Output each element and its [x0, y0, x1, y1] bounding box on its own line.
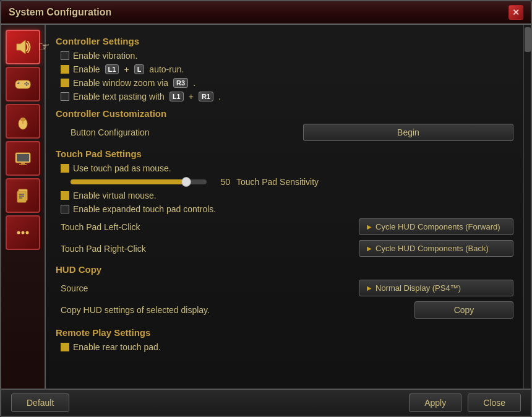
right-click-dropdown-icon: ▶ — [367, 245, 372, 252]
autorun-checkbox[interactable] — [61, 65, 69, 74]
sensitivity-slider[interactable] — [71, 179, 207, 184]
source-value: Normal Display (PS4™) — [375, 283, 461, 293]
sidebar-item-display[interactable] — [6, 141, 40, 176]
svg-rect-13 — [21, 163, 25, 164]
copy-hud-label: Copy HUD settings of selected display. — [56, 305, 210, 315]
svg-point-5 — [27, 83, 28, 84]
vibration-checkbox[interactable] — [61, 51, 69, 60]
sidebar-item-mouse[interactable] — [6, 104, 40, 139]
title-bar: System Configuration ✕ — [1, 1, 531, 25]
hud-copy-header: HUD Copy — [56, 264, 513, 275]
left-click-dropdown[interactable]: ▶ Cycle HUD Components (Forward) — [359, 218, 513, 235]
sidebar-item-controller[interactable] — [6, 67, 40, 101]
expanded-touch-checkbox[interactable] — [61, 205, 69, 213]
remote-play-header: Remote Play Settings — [56, 327, 513, 338]
use-touchpad-checkbox[interactable] — [61, 164, 69, 173]
controller-customization-header: Controller Customization — [56, 108, 513, 119]
svg-point-4 — [26, 82, 27, 83]
vibration-row: Enable vibration. — [56, 49, 513, 62]
left-click-dropdown-icon: ▶ — [367, 223, 372, 230]
svg-rect-3 — [19, 82, 20, 84]
svg-point-20 — [17, 231, 20, 234]
rear-touch-label: Enable rear touch pad. — [73, 342, 161, 352]
source-label: Source — [56, 283, 88, 293]
autorun-badge-l1: L1 — [105, 64, 119, 74]
sidebar-item-sound[interactable]: ☞ — [6, 30, 40, 64]
paste-label-post: . — [218, 92, 221, 101]
source-dropdown[interactable]: ▶ Normal Display (PS4™) — [359, 280, 513, 296]
expanded-touch-label: Enable expanded touch pad controls. — [73, 204, 216, 214]
touchpad-settings-header: Touch Pad Settings — [56, 148, 513, 159]
left-click-value: Cycle HUD Components (Forward) — [375, 222, 500, 231]
right-click-label: Touch Pad Right-Click — [56, 244, 146, 254]
svg-point-6 — [24, 83, 25, 84]
sidebar: ☞ — [1, 25, 46, 389]
source-row: Source ▶ Normal Display (PS4™) — [56, 277, 513, 299]
main-content: Controller Settings Enable vibration. En… — [46, 25, 523, 389]
zoom-label-pre: Enable window zoom via — [73, 78, 168, 88]
zoom-badge-r3: R3 — [173, 78, 188, 88]
close-icon[interactable]: ✕ — [508, 5, 523, 20]
sidebar-item-more[interactable] — [6, 215, 40, 250]
use-touchpad-row: Use touch pad as mouse. — [56, 161, 513, 175]
right-click-row: Touch Pad Right-Click ▶ Cycle HUD Compon… — [56, 238, 513, 259]
scrollbar-track — [523, 25, 531, 389]
svg-point-7 — [26, 84, 27, 85]
copy-button[interactable]: Copy — [414, 301, 513, 319]
autorun-row: Enable L1 + L auto-run. — [56, 62, 513, 76]
scrollbar-thumb[interactable] — [525, 27, 531, 52]
window-title: System Configuration — [9, 7, 111, 18]
paste-row: Enable text pasting with L1 + R1 . — [56, 90, 513, 103]
virtual-mouse-row: Enable virtual mouse. — [56, 189, 513, 202]
left-click-label: Touch Pad Left-Click — [56, 222, 140, 232]
autorun-badge-l: L — [134, 64, 145, 74]
svg-rect-14 — [19, 164, 27, 165]
sensitivity-value: 50 — [213, 177, 230, 187]
right-click-dropdown[interactable]: ▶ Cycle HUD Components (Back) — [359, 240, 513, 257]
autorun-plus: + — [124, 64, 129, 74]
zoom-checkbox[interactable] — [61, 79, 69, 87]
zoom-row: Enable window zoom via R3 . — [56, 76, 513, 90]
svg-point-10 — [20, 118, 25, 121]
svg-point-22 — [26, 231, 29, 234]
footer: Default Apply Close — [1, 389, 531, 416]
sidebar-item-copy[interactable] — [6, 178, 40, 213]
sensitivity-slider-row: 50 Touch Pad Sensitivity — [56, 175, 513, 189]
footer-close-button[interactable]: Close — [468, 393, 521, 412]
paste-checkbox[interactable] — [61, 92, 69, 101]
svg-point-21 — [22, 231, 25, 234]
autorun-label-post: auto-run. — [149, 64, 184, 74]
content-area: ☞ — [1, 25, 531, 389]
virtual-mouse-checkbox[interactable] — [61, 191, 69, 200]
svg-rect-16 — [17, 191, 26, 202]
paste-badge-r1: R1 — [199, 92, 213, 101]
source-dropdown-icon: ▶ — [367, 285, 372, 291]
svg-marker-0 — [17, 40, 25, 54]
autorun-label-pre: Enable — [73, 64, 100, 74]
button-config-row: Button Configuration Begin — [56, 121, 513, 144]
apply-button[interactable]: Apply — [409, 393, 461, 412]
rear-touch-checkbox[interactable] — [61, 343, 69, 351]
paste-plus: + — [189, 92, 194, 101]
system-config-window: System Configuration ✕ ☞ — [0, 0, 532, 417]
begin-button[interactable]: Begin — [303, 124, 513, 141]
zoom-label-post: . — [193, 78, 195, 88]
use-touchpad-label: Use touch pad as mouse. — [73, 163, 171, 173]
default-button[interactable]: Default — [11, 393, 69, 412]
rear-touch-row: Enable rear touch pad. — [56, 340, 513, 354]
vibration-label: Enable vibration. — [73, 51, 137, 61]
svg-rect-12 — [17, 154, 29, 161]
button-config-label: Button Configuration — [61, 127, 150, 137]
paste-badge-l1: L1 — [169, 92, 184, 101]
virtual-mouse-label: Enable virtual mouse. — [73, 191, 157, 200]
controller-settings-header: Controller Settings — [56, 36, 513, 46]
left-click-row: Touch Pad Left-Click ▶ Cycle HUD Compone… — [56, 216, 513, 238]
slider-thumb[interactable] — [181, 177, 191, 187]
right-click-value: Cycle HUD Components (Back) — [375, 244, 489, 253]
expanded-touch-row: Enable expanded touch pad controls. — [56, 202, 513, 216]
copy-hud-row: Copy HUD settings of selected display. C… — [56, 299, 513, 321]
sensitivity-label: Touch Pad Sensitivity — [236, 177, 319, 187]
paste-label-pre: Enable text pasting with — [73, 92, 165, 101]
